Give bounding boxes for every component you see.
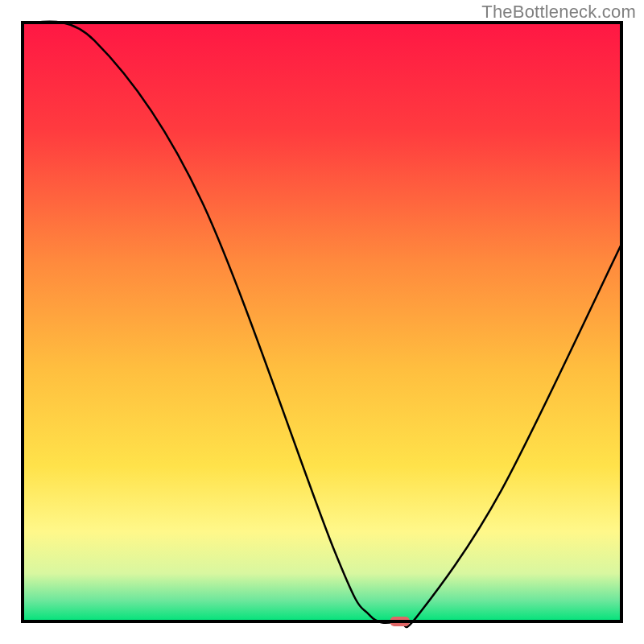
attribution-label: TheBottleneck.com [481, 2, 636, 23]
chart-background [23, 23, 621, 621]
chart-container: TheBottleneck.com [0, 0, 644, 644]
bottleneck-chart [0, 0, 644, 644]
